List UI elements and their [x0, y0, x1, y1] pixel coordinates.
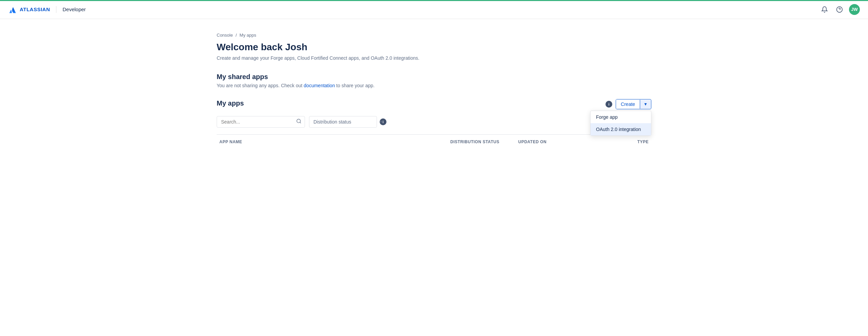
apps-header: My apps i Create ▼ Forge app OAuth 2.0 i… [217, 99, 651, 109]
shared-apps-text: You are not sharing any apps. Check out [217, 83, 304, 88]
atlassian-logo: ATLASSIAN [8, 5, 50, 14]
breadcrumb: Console / My apps [217, 33, 651, 38]
my-apps-title: My apps [217, 99, 244, 107]
create-info-icon[interactable]: i [605, 101, 612, 108]
question-icon [836, 6, 843, 13]
logo-area: ATLASSIAN Developer [8, 5, 86, 14]
nav-actions: JW [819, 4, 860, 15]
filters-row: Distribution status ▼ i [217, 116, 651, 128]
search-input-wrapper [217, 116, 305, 128]
dropdown-item-oauth-integration[interactable]: OAuth 2.0 integration [591, 123, 651, 135]
help-button[interactable] [834, 4, 845, 15]
distribution-status-info-icon[interactable]: i [380, 118, 386, 125]
create-area: i Create ▼ Forge app OAuth 2.0 integrati… [605, 99, 651, 109]
product-name: Developer [62, 6, 86, 12]
atlassian-logo-icon [8, 5, 18, 14]
shared-apps-text-end: to share your app. [335, 83, 375, 88]
page-title: Welcome back Josh [217, 42, 651, 53]
th-app-name: App name [217, 138, 448, 146]
th-updated-on: Updated on [516, 138, 583, 146]
user-avatar-button[interactable]: JW [849, 4, 860, 15]
documentation-link[interactable]: documentation [304, 83, 335, 88]
breadcrumb-separator: / [236, 33, 237, 38]
dropdown-item-forge-app[interactable]: Forge app [591, 111, 651, 123]
create-button-group: Create ▼ [616, 99, 651, 109]
main-content: Console / My apps Welcome back Josh Crea… [196, 19, 672, 163]
notifications-button[interactable] [819, 4, 830, 15]
create-main-button[interactable]: Create [616, 99, 640, 109]
logo-divider [56, 6, 56, 13]
search-input[interactable] [217, 116, 305, 128]
top-navigation: ATLASSIAN Developer JW [0, 0, 868, 19]
atlassian-text: ATLASSIAN [20, 6, 50, 12]
th-type: Type [583, 138, 651, 146]
breadcrumb-current: My apps [239, 33, 256, 38]
shared-apps-title: My shared apps [217, 73, 651, 81]
page-subtitle: Create and manage your Forge apps, Cloud… [217, 55, 651, 61]
breadcrumb-console-link[interactable]: Console [217, 33, 233, 38]
shared-apps-subtitle: You are not sharing any apps. Check out … [217, 83, 651, 88]
th-distribution-status: Distribution status [448, 138, 516, 146]
apps-table-header: App name Distribution status Updated on … [217, 134, 651, 149]
bell-icon [821, 6, 828, 13]
create-dropdown-button[interactable]: ▼ [640, 100, 651, 109]
distribution-status-filter: Distribution status ▼ i [309, 116, 386, 128]
create-dropdown-menu: Forge app OAuth 2.0 integration [590, 111, 651, 136]
distribution-status-select[interactable]: Distribution status [309, 116, 377, 128]
